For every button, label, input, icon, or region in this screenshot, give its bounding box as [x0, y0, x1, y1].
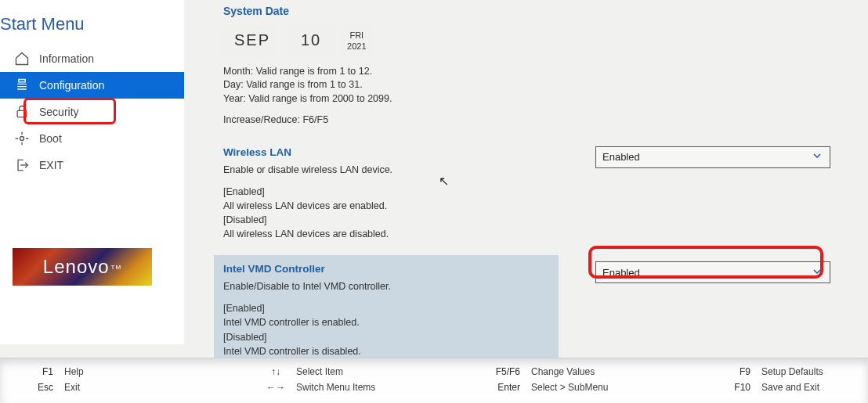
sidebar-item-label: EXIT [39, 159, 63, 171]
footer-enter: EnterSelect > SubMenu [486, 382, 608, 393]
footer-switch-items: ←→Switch Menu Items [266, 382, 375, 393]
wlan-disabled-label: [Disabled] [223, 214, 267, 225]
label-setup-defaults: Setup Defaults [761, 366, 823, 377]
hint-month: Month: Valid range is from 1 to 12. [223, 65, 829, 79]
label-select-submenu: Select > SubMenu [531, 382, 608, 393]
wireless-lan-desc: Enable or disable wireless LAN device. [… [223, 163, 560, 242]
intel-vmd-title: Intel VMD Controller [223, 263, 549, 275]
key-f1: F1 [31, 366, 53, 377]
footer-col-3: F5/F6Change Values EnterSelect > SubMenu [486, 366, 608, 393]
wireless-lan-title: Wireless LAN [223, 146, 560, 158]
svg-rect-0 [17, 110, 27, 117]
intel-vmd-info: Intel VMD Controller Enable/Disable to I… [214, 255, 559, 366]
label-exit: Exit [64, 382, 80, 393]
wireless-lan-info: Wireless LAN Enable or disable wireless … [223, 146, 568, 242]
lock-icon [14, 104, 30, 120]
sidebar-item-information[interactable]: Information [0, 45, 184, 72]
label-change-values: Change Values [531, 366, 595, 377]
label-help: Help [64, 366, 84, 377]
intel-vmd-desc: Enable/Disable to Intel VMD controller. … [223, 279, 549, 358]
label-select-item: Select Item [296, 366, 343, 377]
footer-help-bar: F1Help EscExit ↑↓Select Item ←→Switch Me… [0, 358, 868, 403]
wireless-lan-value: Enabled [602, 151, 640, 163]
sidebar-item-configuration[interactable]: Configuration [0, 72, 184, 99]
system-date-section: System Date SEP 10 FRI 2021 Month: Valid… [223, 5, 829, 128]
key-f5f6: F5/F6 [486, 366, 520, 377]
system-date-hints: Month: Valid range is from 1 to 12. Day:… [223, 65, 829, 106]
wlan-disabled-desc: All wireless LAN devices are disabled. [223, 228, 389, 239]
sidebar-item-label: Information [39, 52, 94, 65]
sidebar-item-label: Boot [39, 132, 62, 145]
updown-arrows-icon: ↑↓ [266, 366, 285, 377]
svg-point-1 [20, 137, 24, 141]
wlan-enabled-desc: All wireless LAN devices are enabled. [223, 200, 387, 211]
key-enter: Enter [486, 382, 520, 393]
date-day[interactable]: 10 [288, 25, 335, 57]
date-year: 2021 [347, 41, 366, 52]
wlan-enabled-label: [Enabled] [223, 186, 265, 197]
hint-year: Year: Valid range is from 2000 to 2099. [223, 92, 829, 106]
footer-f9: F9Setup Defaults [729, 366, 823, 377]
vmd-enabled-label: [Enabled] [223, 303, 265, 314]
date-month[interactable]: SEP [223, 25, 281, 57]
key-f9: F9 [729, 366, 750, 377]
sidebar-item-label: Security [39, 106, 79, 118]
brand-logo: LenovoTM [13, 248, 152, 286]
sidebar-item-label: Configuration [39, 79, 104, 92]
boot-icon [14, 131, 30, 146]
footer-col-1: F1Help EscExit [31, 366, 84, 393]
intel-vmd-select-wrap: Enabled [595, 261, 830, 283]
date-weekday: FRI [347, 30, 366, 41]
footer-f10: F10Save and Exit [729, 382, 823, 393]
exit-icon [14, 157, 30, 173]
main-panel: System Date SEP 10 FRI 2021 Month: Valid… [184, 0, 868, 344]
chevron-down-icon [811, 265, 823, 280]
footer-f5f6: F5/F6Change Values [486, 366, 608, 377]
label-switch-items: Switch Menu Items [296, 382, 375, 393]
brand-name: Lenovo [43, 256, 110, 278]
system-date-row: SEP 10 FRI 2021 [223, 25, 829, 57]
footer-f1: F1Help [31, 366, 84, 377]
hint-adjust-keys: Increase/Reduce: F6/F5 [223, 113, 829, 128]
sidebar-nav: Information Configuration Security Boot [0, 45, 184, 178]
sidebar-item-boot[interactable]: Boot [0, 125, 184, 152]
sidebar: Start Menu Information Configuration Sec… [0, 0, 184, 344]
trademark: TM [111, 264, 122, 271]
sidebar-item-security[interactable]: Security [0, 99, 184, 125]
hint-day: Day: Valid range is from 1 to 31. [223, 78, 829, 92]
wireless-lan-select-wrap: Enabled [595, 146, 830, 168]
wireless-lan-select[interactable]: Enabled [595, 146, 830, 168]
date-weekday-year[interactable]: FRI 2021 [341, 25, 372, 57]
footer-select-item: ↑↓Select Item [266, 366, 375, 377]
chevron-down-icon [811, 149, 823, 164]
vmd-enabled-desc: Intel VMD controller is enabled. [223, 317, 360, 328]
footer-esc: EscExit [31, 382, 84, 393]
sidebar-item-exit[interactable]: EXIT [0, 152, 184, 178]
intel-vmd-select[interactable]: Enabled [595, 261, 830, 283]
intel-vmd-row: Intel VMD Controller Enable/Disable to I… [223, 255, 829, 366]
key-esc: Esc [31, 382, 53, 393]
system-date-title: System Date [223, 5, 829, 17]
leftright-arrows-icon: ←→ [266, 382, 285, 393]
footer-col-2: ↑↓Select Item ←→Switch Menu Items [266, 366, 375, 393]
wlan-desc-line: Enable or disable wireless LAN device. [223, 164, 392, 175]
key-f10: F10 [729, 382, 750, 393]
intel-vmd-value: Enabled [602, 267, 640, 279]
config-icon [14, 77, 30, 93]
start-menu-title: Start Menu [0, 0, 184, 45]
home-icon [14, 51, 30, 67]
vmd-disabled-desc: Intel VMD controller is disabled. [223, 346, 361, 357]
vmd-desc-line: Enable/Disable to Intel VMD controller. [223, 281, 391, 292]
vmd-disabled-label: [Disabled] [223, 332, 267, 343]
label-save-and-exit: Save and Exit [761, 382, 819, 393]
footer-col-4: F9Setup Defaults F10Save and Exit [729, 366, 823, 393]
wireless-lan-row: Wireless LAN Enable or disable wireless … [223, 146, 829, 242]
